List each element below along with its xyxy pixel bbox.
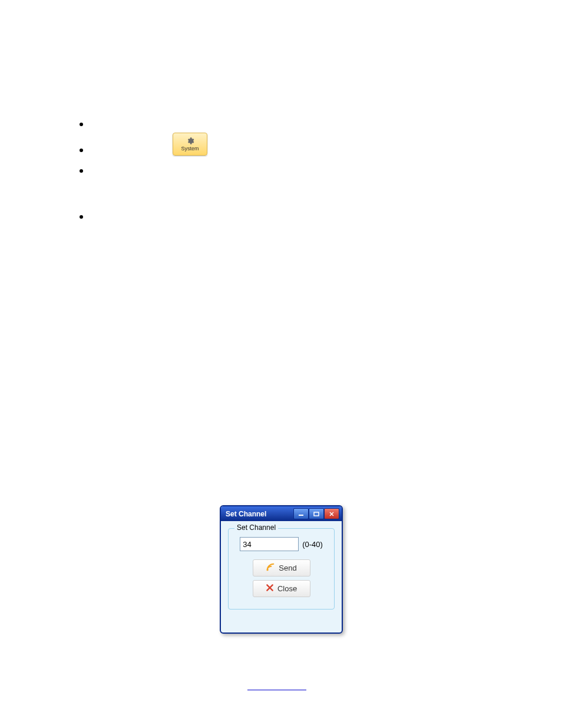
minimize-button[interactable] xyxy=(293,508,309,519)
bullet-dot xyxy=(80,169,83,173)
close-button[interactable]: Close xyxy=(253,580,310,597)
system-button[interactable]: System xyxy=(173,133,207,156)
bullet-dot xyxy=(80,123,83,126)
window-controls xyxy=(293,508,339,519)
svg-rect-0 xyxy=(299,515,303,516)
dialog-body: Set Channel (0-40) Send xyxy=(221,521,342,617)
send-button-label: Send xyxy=(279,564,296,572)
close-window-button[interactable] xyxy=(324,508,339,519)
channel-range-label: (0-40) xyxy=(302,540,323,549)
set-channel-fieldset: Set Channel (0-40) Send xyxy=(228,528,335,610)
set-channel-dialog: Set Channel Set Channel (0-40) xyxy=(220,505,343,634)
minimize-icon xyxy=(298,512,304,516)
gear-icon xyxy=(186,137,194,145)
fieldset-legend: Set Channel xyxy=(234,523,278,532)
close-icon xyxy=(329,512,335,516)
svg-point-4 xyxy=(267,569,269,571)
link-underline[interactable] xyxy=(247,690,306,690)
channel-input[interactable] xyxy=(240,537,299,551)
send-button[interactable]: Send xyxy=(253,559,310,577)
system-button-label: System xyxy=(181,146,199,151)
send-icon xyxy=(266,562,275,574)
close-x-icon xyxy=(266,584,274,594)
channel-row: (0-40) xyxy=(234,537,328,551)
maximize-button[interactable] xyxy=(309,508,324,519)
bullet-dot xyxy=(80,215,83,219)
bullet-dot xyxy=(80,149,83,152)
maximize-icon xyxy=(313,512,319,516)
close-button-label: Close xyxy=(277,584,297,593)
dialog-titlebar[interactable]: Set Channel xyxy=(221,506,342,521)
dialog-title: Set Channel xyxy=(226,510,266,518)
svg-rect-1 xyxy=(314,512,319,516)
